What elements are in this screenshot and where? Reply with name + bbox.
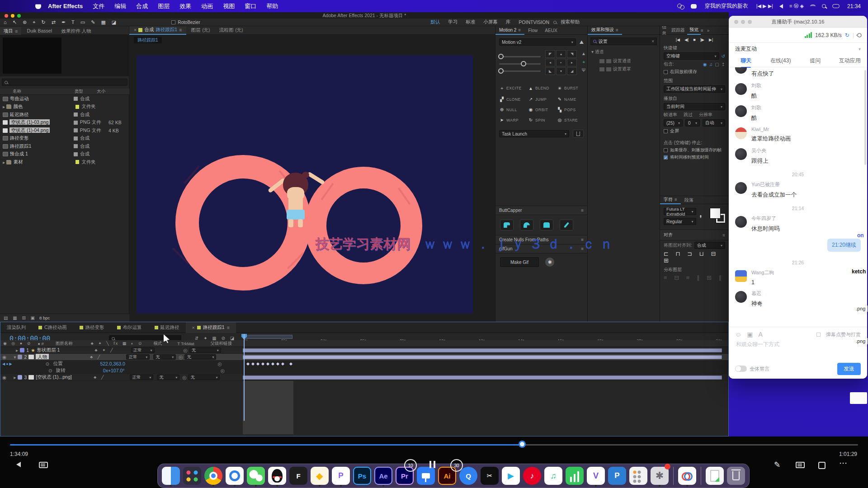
status-extra-icons[interactable]: ≡ Ⓦ ◈ xyxy=(789,3,804,9)
trkmat-select[interactable]: 无▾ xyxy=(157,375,179,380)
anchor-icon[interactable]: Ψ xyxy=(582,68,585,73)
chat-title-bar[interactable]: 直播助手 (mac)2.10.16 xyxy=(729,16,867,28)
play-from-select[interactable]: 当前时间▾ xyxy=(664,103,725,110)
dock-qq[interactable] xyxy=(268,465,287,487)
dock-trash[interactable] xyxy=(726,465,745,487)
menu-layer[interactable]: 图层 xyxy=(158,2,170,10)
rotation-value[interactable]: 0x+107.0° xyxy=(103,368,162,373)
tab-project[interactable]: 项目 ≡ xyxy=(0,27,21,35)
motion-button-burst[interactable]: ✳BURST xyxy=(557,85,585,91)
col-layer-number[interactable]: ● # xyxy=(38,341,44,346)
reward-checkbox[interactable] xyxy=(816,333,821,337)
workspace-small-screen[interactable]: 小屏幕 xyxy=(483,19,498,25)
dock-capcut[interactable]: ✂ xyxy=(480,465,499,487)
prev-frame-button[interactable]: ◀| xyxy=(684,38,689,42)
pencil-icon[interactable]: ✎ xyxy=(774,460,780,469)
motion-button-warp[interactable]: ➤WARP xyxy=(499,117,527,122)
ae-tool-icons[interactable]: ⌂ ↖ ⊛ ⌖ ↻ ⇄ ✒ T ▭ ✎ ▦ ◪ xyxy=(4,19,117,25)
motion-button-pops[interactable]: ▚POPS xyxy=(557,107,585,112)
desktop-file-icon[interactable] xyxy=(850,392,867,404)
effect-item[interactable]: 设置通道 xyxy=(599,58,660,64)
mute-all-toggle[interactable]: 全体禁言 xyxy=(735,366,769,372)
tab-aeux[interactable]: AEUX xyxy=(541,26,561,35)
col-mode[interactable]: 模式 xyxy=(153,341,162,347)
dock-calculator[interactable] xyxy=(629,465,648,487)
menu-help[interactable]: 帮助 xyxy=(266,2,278,10)
tab-flow[interactable]: Flow xyxy=(524,26,541,35)
tab-chat[interactable]: 聊天 xyxy=(729,57,764,65)
effect-item[interactable]: 设置遮罩 xyxy=(599,66,660,72)
workspace-default[interactable]: 默认 xyxy=(430,19,440,25)
chat-input[interactable] xyxy=(735,341,848,348)
viewer-menu-icon[interactable]: ≡ xyxy=(179,27,182,33)
more-options-icon[interactable]: ⋯ xyxy=(839,458,847,468)
blend-mode-select[interactable]: 正常▾ xyxy=(126,354,150,360)
motion-button-orbit[interactable]: ◉ORBIT xyxy=(528,107,556,112)
cap-butt-button[interactable] xyxy=(500,220,514,230)
tab-duik-bassel[interactable]: Duik Bassel xyxy=(24,27,56,35)
control-center-icon[interactable] xyxy=(832,4,840,8)
align-to-select[interactable]: 合成▾ xyxy=(694,242,725,249)
distribute-buttons[interactable]: ≡ ⊟ ≡ ∥ ⊞ ∥ xyxy=(664,274,725,281)
wrench-icon[interactable] xyxy=(560,220,573,230)
font-icon[interactable]: A xyxy=(759,331,763,338)
desktop-file-label[interactable]: .png xyxy=(854,338,868,344)
layer-row[interactable]: ◉ ▸ 3 [空状态 (1)...png] ♣ ╱ 正常▾ 无▾ ◎ 无▾ xyxy=(0,374,728,381)
project-column-headers[interactable]: 名称 类型 大小 xyxy=(0,89,129,95)
motion-button-null[interactable]: ⊕NULL xyxy=(499,107,527,112)
shrink-icon[interactable] xyxy=(818,462,826,469)
project-item[interactable]: 预合成 1合成 xyxy=(0,150,129,159)
menu-animation[interactable]: 动画 xyxy=(201,2,213,10)
col-switches[interactable]: ♣ ✦ ╲ fx ▦ ◐ ⊙ xyxy=(91,341,142,346)
tab-paragraph[interactable]: 段落 xyxy=(681,196,697,204)
menu-file[interactable]: 文件 xyxy=(93,2,104,10)
tab-composition[interactable]: × 合成 路径跟踪1 ≡ xyxy=(129,26,186,35)
play-cached-checkbox[interactable] xyxy=(664,148,668,152)
blend-mode-select[interactable]: 正常▾ xyxy=(131,347,155,353)
trkmat-select[interactable]: 无▾ xyxy=(153,354,176,360)
image-icon[interactable]: ▣ xyxy=(747,331,753,338)
project-search-field[interactable] xyxy=(2,79,127,86)
tab-layer[interactable]: 图层(无) xyxy=(186,26,215,35)
property-row-rotation[interactable]: ⊙ 旋转 0x+107.0° ◎ xyxy=(0,367,728,374)
tab-comp-1[interactable]: C路径动画 xyxy=(32,322,73,333)
motion-preset-select[interactable]: Motion v2▾ xyxy=(499,38,576,46)
shortcut-select[interactable]: 空格键▾ xyxy=(664,52,719,60)
volume-icon[interactable] xyxy=(779,4,783,9)
dock-figma[interactable]: F xyxy=(289,465,308,487)
cache-before-checkbox[interactable] xyxy=(664,70,668,74)
menubar-app-name[interactable]: After Effects xyxy=(48,3,83,9)
motion-button-name[interactable]: ✎NAME xyxy=(557,97,585,102)
parent-select[interactable]: 无▾ xyxy=(188,375,220,380)
dock-netease-music[interactable]: ♪ xyxy=(523,465,542,487)
layer-duration-bar[interactable] xyxy=(243,355,722,359)
project-item[interactable]: ▸颜色文件夹 xyxy=(0,103,129,111)
menu-view[interactable]: 视图 xyxy=(223,2,235,10)
menu-window[interactable]: 窗口 xyxy=(245,2,256,10)
tab-questions[interactable]: 提问 xyxy=(798,57,833,65)
dock-app-p[interactable]: P xyxy=(608,465,627,487)
first-frame-button[interactable]: |◀ xyxy=(676,38,680,42)
dock-photoshop[interactable]: Ps xyxy=(353,465,372,487)
rocket-icon[interactable]: ▲ xyxy=(581,51,586,56)
dock-tencent-video[interactable]: ▶ xyxy=(501,465,520,487)
menu-composition[interactable]: 合成 xyxy=(136,2,148,10)
project-item[interactable]: 弯曲运动合成 xyxy=(0,95,129,103)
effects-group[interactable]: ▾ 通道 xyxy=(591,49,660,55)
messages-icon[interactable] xyxy=(691,4,697,9)
danmaku-panel-icon[interactable] xyxy=(39,462,48,468)
last-frame-button[interactable]: ▶| xyxy=(709,38,713,42)
skip-select[interactable]: 0▾ xyxy=(685,119,700,127)
screen-record-icon[interactable] xyxy=(677,4,684,9)
progress-knob[interactable] xyxy=(519,441,526,448)
eyedropper-icon[interactable]: ✒ xyxy=(698,215,703,218)
collapse-icon[interactable]: ▾ xyxy=(859,47,861,52)
chat-scrollbar[interactable] xyxy=(864,70,866,165)
menu-effect[interactable]: 效果 xyxy=(179,2,191,10)
tab-comp-active[interactable]: × 路径跟踪1≡ xyxy=(186,322,236,333)
next-frame-button[interactable]: |▶ xyxy=(700,38,704,42)
tab-comp-3[interactable]: 布尔运算 xyxy=(111,322,148,333)
help-search-placeholder[interactable]: 搜索帮助 xyxy=(561,19,580,25)
project-item-selected[interactable]: 空状态 (1)-03.pngPNG 文件62 KB xyxy=(0,119,129,127)
col-size[interactable]: 大小 xyxy=(97,89,105,94)
